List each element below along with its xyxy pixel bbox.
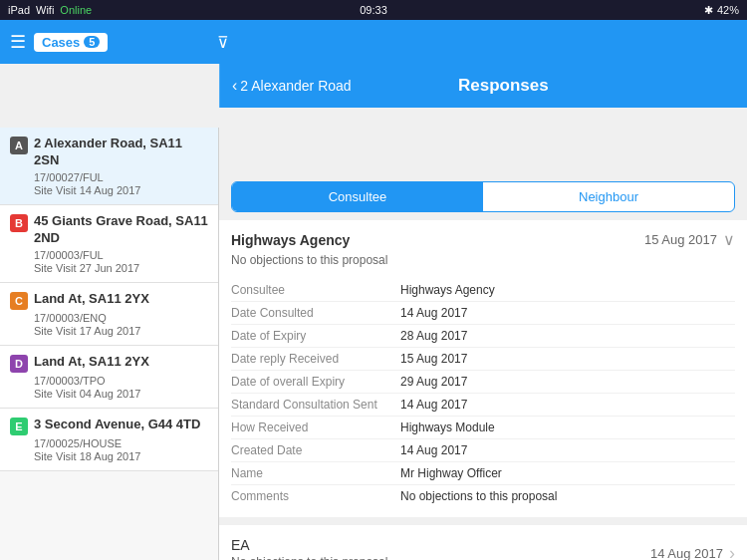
case-letter-badge: C: [10, 292, 28, 310]
case-site-visit: Site Visit 17 Aug 2017: [10, 325, 208, 337]
case-letter-badge: A: [10, 137, 28, 154]
consultee-tab[interactable]: Consultee: [232, 182, 483, 211]
case-address: 45 Giants Grave Road, SA11 2ND: [34, 213, 208, 247]
main-layout: A 2 Alexander Road, SA11 2SN 17/00027/FU…: [0, 128, 747, 560]
detail-panel: Consultee Neighbour Highways Agency 15 A…: [219, 171, 747, 560]
cases-button[interactable]: Cases 5: [34, 33, 108, 52]
device-label: iPad: [8, 4, 30, 16]
detail-title: Responses: [352, 76, 655, 96]
detail-row: Comments No objections to this proposal: [231, 484, 735, 507]
back-chevron-icon: ‹: [232, 77, 237, 95]
case-ref: 17/00027/FUL: [10, 171, 208, 183]
detail-row: Date of overall Expiry 29 Aug 2017: [231, 370, 735, 393]
collapsed-response-item[interactable]: EA No objections to this proposal 14 Aug…: [219, 525, 747, 560]
detail-value: 14 Aug 2017: [400, 306, 467, 320]
case-site-visit: Site Visit 04 Aug 2017: [10, 388, 208, 400]
case-ref: 17/00025/HOUSE: [10, 437, 208, 449]
detail-label: Date of overall Expiry: [231, 375, 400, 389]
case-list-item[interactable]: E 3 Second Avenue, G44 4TD 17/00025/HOUS…: [0, 409, 218, 471]
cases-label: Cases: [42, 35, 80, 50]
detail-label: Standard Consultation Sent: [231, 398, 400, 412]
detail-row: Created Date 14 Aug 2017: [231, 438, 735, 461]
wifi-label: Wifi: [36, 4, 54, 16]
case-letter-badge: D: [10, 355, 28, 373]
cases-count-badge: 5: [84, 36, 100, 48]
case-ref: 17/00003/FUL: [10, 249, 208, 261]
case-list: A 2 Alexander Road, SA11 2SN 17/00027/FU…: [0, 128, 218, 560]
sidebar: A 2 Alexander Road, SA11 2SN 17/00027/FU…: [0, 128, 219, 560]
detail-label: Date Consulted: [231, 306, 400, 320]
case-list-item[interactable]: C Land At, SA11 2YX 17/00003/ENQ Site Vi…: [0, 283, 218, 346]
detail-label: Consultee: [231, 283, 400, 297]
detail-value: Highways Module: [400, 420, 495, 434]
responses-list: Highways Agency 15 Aug 2017 ∨ No objecti…: [219, 220, 747, 560]
case-list-item[interactable]: D Land At, SA11 2YX 17/00003/TPO Site Vi…: [0, 346, 218, 409]
detail-row: Date of Expiry 28 Aug 2017: [231, 324, 735, 347]
case-list-item[interactable]: A 2 Alexander Road, SA11 2SN 17/00027/FU…: [0, 128, 218, 205]
status-bar: iPad Wifi Online 09:33 ✱ 42%: [0, 0, 747, 20]
case-site-visit: Site Visit 18 Aug 2017: [10, 450, 208, 462]
consultee-summary: No objections to this proposal: [219, 253, 747, 275]
status-time: 09:33: [360, 4, 387, 16]
detail-row: Consultee Highways Agency: [231, 279, 735, 301]
highways-agency-card: Highways Agency 15 Aug 2017 ∨ No objecti…: [219, 220, 747, 517]
detail-row: Date reply Received 15 Aug 2017: [231, 347, 735, 370]
detail-row: Date Consulted 14 Aug 2017: [231, 301, 735, 324]
detail-value: 29 Aug 2017: [400, 375, 467, 389]
detail-value: 14 Aug 2017: [400, 398, 467, 412]
detail-row: Standard Consultation Sent 14 Aug 2017: [231, 393, 735, 416]
bluetooth-icon: ✱: [704, 4, 713, 17]
filter-icon[interactable]: ⊽: [217, 33, 229, 52]
detail-label: Created Date: [231, 443, 400, 457]
expand-chevron-icon[interactable]: ∨: [723, 230, 735, 249]
detail-value: Highways Agency: [400, 283, 495, 297]
detail-value: 15 Aug 2017: [400, 352, 467, 366]
case-letter-badge: B: [10, 214, 28, 232]
detail-value: Mr Highway Officer: [400, 466, 502, 480]
detail-nav-bar: ‹ 2 Alexander Road Responses: [219, 64, 747, 108]
battery-indicator: 42%: [717, 4, 739, 16]
case-list-item[interactable]: B 45 Giants Grave Road, SA11 2ND 17/0000…: [0, 205, 218, 283]
detail-value: 28 Aug 2017: [400, 329, 467, 343]
collapsed-item-date: 14 Aug 2017: [650, 546, 723, 561]
case-address: Land At, SA11 2YX: [34, 354, 149, 371]
detail-row: How Received Highways Module: [231, 416, 735, 438]
case-address: 2 Alexander Road, SA11 2SN: [34, 136, 208, 169]
segmented-control: Consultee Neighbour: [231, 181, 735, 212]
case-ref: 17/00003/TPO: [10, 375, 208, 387]
consultee-agency-name: Highways Agency: [231, 232, 350, 248]
detail-label: Name: [231, 466, 400, 480]
back-button[interactable]: ‹ 2 Alexander Road: [232, 77, 352, 95]
collapsed-item-sub: No objections to this proposal: [231, 555, 387, 560]
consultee-card-header: Highways Agency 15 Aug 2017 ∨: [219, 220, 747, 253]
case-address: Land At, SA11 2YX: [34, 291, 149, 308]
consultee-date: 15 Aug 2017: [644, 232, 717, 247]
case-ref: 17/00003/ENQ: [10, 312, 208, 324]
case-site-visit: Site Visit 27 Jun 2017: [10, 262, 208, 274]
detail-value: No objections to this proposal: [400, 489, 557, 503]
menu-icon[interactable]: ☰: [10, 31, 26, 53]
case-letter-badge: E: [10, 418, 28, 435]
nav-bar: ☰ Cases 5 ⊽: [0, 20, 747, 64]
detail-label: How Received: [231, 420, 400, 434]
detail-label: Comments: [231, 489, 400, 503]
detail-label: Date of Expiry: [231, 329, 400, 343]
case-address: 3 Second Avenue, G44 4TD: [34, 417, 200, 433]
collapsed-item-name: EA: [231, 537, 387, 553]
detail-row: Name Mr Highway Officer: [231, 461, 735, 484]
detail-value: 14 Aug 2017: [400, 443, 467, 457]
chevron-right-icon: ›: [729, 543, 735, 561]
online-status: Online: [60, 4, 92, 16]
back-label: 2 Alexander Road: [240, 78, 351, 94]
consultee-detail-table: Consultee Highways Agency Date Consulted…: [219, 275, 747, 517]
neighbour-tab[interactable]: Neighbour: [483, 182, 734, 211]
case-site-visit: Site Visit 14 Aug 2017: [10, 184, 208, 196]
detail-label: Date reply Received: [231, 352, 400, 366]
